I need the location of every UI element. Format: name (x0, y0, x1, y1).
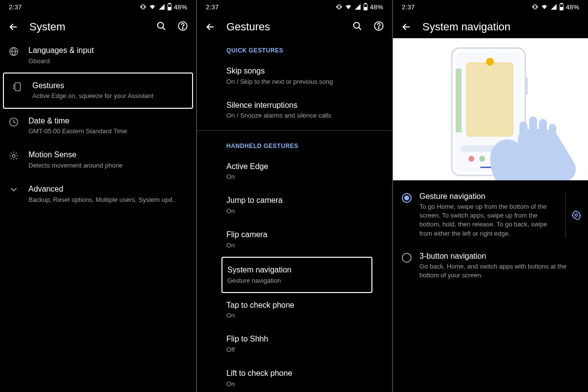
screen-system-navigation: 2:37 48% System navigation (392, 0, 588, 392)
svg-rect-36 (539, 119, 547, 151)
svg-point-38 (575, 214, 577, 216)
search-icon[interactable] (156, 21, 167, 33)
signal-icon (158, 3, 165, 10)
row-silence-interruptions[interactable]: Silence interruptions On / Snooze alarms… (197, 93, 392, 127)
row-subtitle: Backup, Reset options, Multiple users, S… (28, 196, 187, 204)
back-button[interactable] (205, 22, 216, 32)
row-flip-to-shhh[interactable]: Flip to Shhh Off (197, 327, 392, 361)
vibrate-icon (532, 3, 539, 10)
row-title: Skip songs (226, 66, 383, 76)
row-subtitle: On (226, 311, 383, 320)
option-title: Gesture navigation (419, 192, 557, 201)
help-icon[interactable] (177, 21, 188, 33)
row-title: System navigation (227, 265, 363, 275)
svg-rect-11 (338, 5, 341, 9)
row-title: Flip camera (226, 229, 383, 240)
status-bar: 2:37 48% (197, 0, 392, 14)
gear-icon (571, 210, 581, 220)
row-subtitle: On (226, 207, 383, 216)
vibrate-icon (336, 3, 343, 10)
search-icon[interactable] (352, 21, 363, 33)
svg-point-29 (479, 156, 485, 162)
status-time: 2:37 (402, 3, 415, 11)
svg-rect-20 (561, 3, 562, 4)
screen-gestures: 2:37 48% Gestures (196, 0, 392, 392)
row-date-time[interactable]: Date & time GMT-05:00 Eastern Standard T… (0, 109, 196, 143)
svg-rect-21 (560, 7, 563, 10)
radio-selected-icon (400, 192, 414, 203)
row-advanced[interactable]: Advanced Backup, Reset options, Multiple… (0, 177, 196, 211)
globe-icon (7, 45, 21, 57)
row-motion-sense[interactable]: Motion Sense Detects movement around pho… (0, 143, 196, 177)
status-time: 2:37 (9, 3, 22, 11)
back-button[interactable] (401, 22, 412, 32)
battery-icon (167, 3, 172, 11)
row-skip-songs[interactable]: Skip songs On / Skip to the next or prev… (197, 59, 392, 93)
row-subtitle: GMT-05:00 Eastern Standard Time (28, 127, 187, 136)
screen-system: 2:37 48% System (0, 0, 196, 392)
clock-icon (7, 116, 21, 127)
row-title: Tap to check phone (226, 300, 383, 311)
row-tap-to-check-phone[interactable]: Tap to check phone On (197, 293, 392, 327)
help-icon[interactable] (373, 21, 384, 33)
svg-point-10 (12, 155, 15, 158)
wifi-icon (540, 3, 548, 10)
row-title: Jump to camera (226, 195, 383, 206)
row-languages-input[interactable]: Languages & input Gboard (0, 38, 196, 73)
status-bar: 2:37 48% (0, 0, 196, 14)
svg-rect-24 (525, 77, 528, 95)
signal-icon (354, 3, 361, 10)
row-title: Active Edge (226, 161, 383, 172)
row-subtitle: Active Edge on, squeeze for your Assista… (32, 92, 183, 100)
wifi-icon (344, 3, 352, 10)
svg-rect-2 (169, 3, 170, 4)
status-bar: 2:37 48% (393, 0, 588, 14)
row-gestures[interactable]: Gestures Active Edge on, squeeze for you… (4, 74, 192, 108)
row-title: Languages & input (28, 45, 187, 56)
svg-point-17 (378, 28, 379, 29)
title-bar: Gestures (197, 14, 392, 38)
svg-rect-8 (15, 83, 21, 91)
option-gesture-navigation[interactable]: Gesture navigation To go Home, swipe up … (393, 185, 588, 245)
row-subtitle: Off (226, 345, 383, 354)
page-title: Gestures (226, 21, 341, 33)
option-3-button-navigation[interactable]: 3-button navigation Go back, Home, and s… (393, 245, 588, 287)
gesture-illustration (393, 38, 588, 180)
row-subtitle: On (226, 172, 383, 181)
battery-percent: 48% (370, 3, 383, 11)
status-icons: 48% (140, 3, 187, 11)
svg-point-6 (182, 28, 183, 29)
svg-point-28 (468, 156, 474, 162)
back-button[interactable] (8, 22, 19, 32)
section-handheld-gestures: HANDHELD GESTURES (197, 134, 392, 154)
row-system-navigation[interactable]: System navigation Gesture navigation (222, 258, 371, 292)
svg-rect-0 (142, 5, 145, 9)
highlight-gestures: Gestures Active Edge on, squeeze for you… (3, 73, 193, 109)
row-subtitle: On / Snooze alarms and silence calls (226, 111, 383, 120)
svg-point-26 (486, 58, 494, 66)
row-jump-to-camera[interactable]: Jump to camera On (197, 188, 392, 222)
battery-icon (559, 3, 564, 11)
svg-rect-33 (456, 69, 462, 132)
battery-percent: 48% (174, 3, 187, 11)
row-flip-camera[interactable]: Flip camera On (197, 222, 392, 257)
option-subtitle: To go Home, swipe up from the bottom of … (419, 202, 557, 238)
battery-icon (363, 3, 368, 11)
gestures-list: QUICK GESTURES Skip songs On / Skip to t… (197, 38, 392, 392)
radio-unselected-icon (400, 252, 414, 263)
title-bar: System navigation (393, 14, 588, 38)
svg-rect-34 (519, 122, 527, 151)
gesture-nav-settings-button[interactable] (565, 192, 581, 238)
row-subtitle: Gesture navigation (227, 276, 363, 285)
svg-rect-25 (466, 63, 513, 136)
row-title: Flip to Shhh (226, 334, 383, 344)
signal-icon (550, 3, 557, 10)
svg-rect-14 (364, 7, 367, 10)
row-subtitle: Detects movement around phone (28, 161, 187, 170)
row-active-edge[interactable]: Active Edge On (197, 154, 392, 189)
option-title: 3-button navigation (419, 252, 581, 261)
svg-rect-18 (534, 5, 537, 9)
title-bar: System (0, 14, 196, 38)
row-title: Lift to check phone (226, 368, 383, 379)
row-lift-to-check-phone[interactable]: Lift to check phone On (197, 361, 392, 392)
